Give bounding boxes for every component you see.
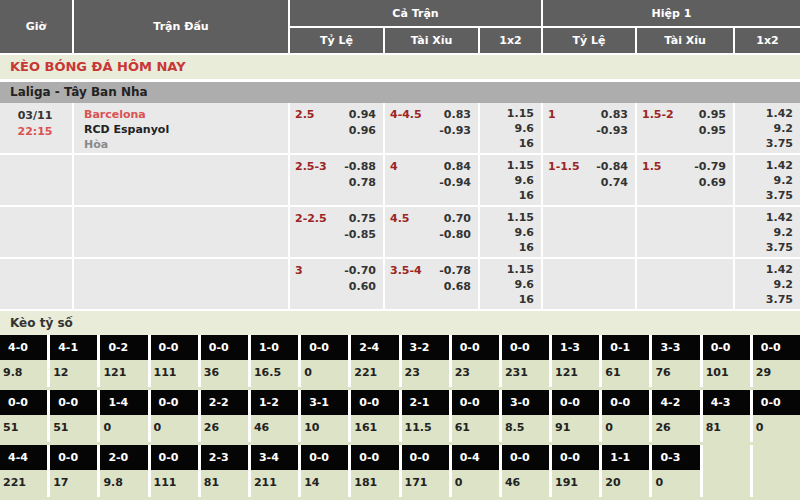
score-label: 4-2 [652,390,699,415]
score-cell[interactable]: 0-029 [753,335,800,387]
score-cell[interactable]: 0-0161 [351,390,398,442]
ft-handicap-cell[interactable]: 2.50.94 0.96 [290,103,385,153]
score-cell[interactable]: 2-09.8 [100,445,147,497]
h1-handicap-cell[interactable]: 10.83 -0.93 [543,103,637,153]
h1-overunder-cell[interactable]: 1.5-0.79 0.69 [637,155,735,205]
ft-1x2-cell[interactable]: 1.15 9.6 16 [480,207,543,257]
score-cell[interactable]: 0-0111 [151,335,198,387]
score-cell[interactable]: 0-00 [151,390,198,442]
score-label: 4-0 [0,335,47,360]
score-odds-value: 23 [402,360,449,387]
h1-handicap-cell[interactable]: 1-1.5-0.84 0.74 [543,155,637,205]
odds-row: 2-2.50.75 -0.85 4.50.70 -0.80 1.15 9.6 1… [0,207,800,259]
score-label: 3-0 [502,390,549,415]
score-odds-value: 36 [201,360,248,387]
score-label: 2-1 [402,390,449,415]
odds-value-draw: 9.6 [485,121,534,136]
score-cell[interactable]: 3-223 [402,335,449,387]
match-teams-cell[interactable]: Barcelona RCD Espanyol Hòa [74,103,290,153]
score-cell[interactable]: 0-061 [452,390,499,442]
score-cell[interactable]: 0-051 [0,390,47,442]
score-cell[interactable]: 1-120 [602,445,649,497]
score-odds-value: 11.5 [402,415,449,442]
score-cell[interactable]: 0-046 [502,445,549,497]
score-cell[interactable]: 0-30 [652,445,699,497]
score-odds-value: 51 [0,415,47,442]
score-cell[interactable]: 4-09.8 [0,335,47,387]
score-cell[interactable]: 1-246 [251,390,298,442]
score-label: 0-0 [552,445,599,470]
score-cell[interactable]: 4-112 [50,335,97,387]
score-label: 0-0 [402,445,449,470]
ft-handicap-cell[interactable]: 3-0.70 0.60 [290,259,385,309]
score-label: 0-0 [602,390,649,415]
score-cell[interactable]: 4-381 [703,390,750,442]
score-label: 0-0 [753,390,800,415]
subcolumn-h1-handicap: Tỷ Lệ [543,28,637,55]
ft-1x2-cell[interactable]: 1.15 9.6 16 [480,103,543,153]
odds-table-header: Giờ Trận Đấu Cả Trận Hiệp 1 Tỷ Lệ Tài Xỉ… [0,0,800,55]
score-cell[interactable]: 0-40 [452,445,499,497]
score-label: 0-0 [151,390,198,415]
ft-1x2-cell[interactable]: 1.15 9.6 16 [480,155,543,205]
score-cell[interactable]: 2-381 [201,445,248,497]
ft-overunder-cell[interactable]: 40.84 -0.94 [385,155,480,205]
h1-1x2-cell[interactable]: 1.42 9.2 3.75 [735,207,800,257]
score-cell[interactable]: 1-016.5 [251,335,298,387]
odds-value-home: 1.42 [740,106,793,121]
score-cell[interactable]: 0-0111 [151,445,198,497]
score-cell[interactable]: 0-0171 [402,445,449,497]
h1-1x2-cell[interactable]: 1.42 9.2 3.75 [735,103,800,153]
score-label: 0-0 [0,390,47,415]
score-cell[interactable]: 0-2121 [100,335,147,387]
score-cell[interactable]: 3-376 [652,335,699,387]
ft-handicap-cell[interactable]: 2-2.50.75 -0.85 [290,207,385,257]
score-cell[interactable]: 0-091 [552,390,599,442]
match-time-cell [0,207,74,257]
score-odds-value: 0 [100,415,147,442]
score-cell[interactable]: 0-00 [753,390,800,442]
ft-overunder-cell[interactable]: 4.50.70 -0.80 [385,207,480,257]
score-label: 0-0 [703,335,750,360]
score-cell[interactable]: 4-4221 [0,445,47,497]
handicap-line: 3 [295,263,303,279]
score-cell[interactable]: 3-4211 [251,445,298,497]
score-cell[interactable]: 0-0181 [351,445,398,497]
odds-value-away: 3.75 [740,136,793,151]
score-cell[interactable]: 4-226 [652,390,699,442]
score-cell[interactable]: 2-4221 [351,335,398,387]
odds-value: -0.94 [390,175,471,191]
column-header-match: Trận Đấu [74,0,290,55]
score-cell[interactable]: 0-00 [301,335,348,387]
h1-1x2-cell[interactable]: 1.42 9.2 3.75 [735,155,800,205]
score-cell [703,445,750,497]
score-label: 1-2 [251,390,298,415]
score-cell[interactable]: 3-110 [301,390,348,442]
score-label: 4-3 [703,390,750,415]
ft-overunder-cell[interactable]: 3.5-4-0.78 0.68 [385,259,480,309]
score-cell[interactable]: 0-161 [602,335,649,387]
score-cell[interactable]: 0-00 [602,390,649,442]
ft-handicap-cell[interactable]: 2.5-3-0.88 0.78 [290,155,385,205]
odds-value-away: 3.75 [740,188,793,203]
score-cell[interactable]: 0-0231 [502,335,549,387]
score-cell[interactable]: 3-08.5 [502,390,549,442]
score-cell[interactable]: 0-036 [201,335,248,387]
h1-handicap-cell [543,207,637,257]
h1-1x2-cell[interactable]: 1.42 9.2 3.75 [735,259,800,309]
score-odds-grid: 4-09.84-1120-21210-01110-0361-016.50-002… [0,335,800,500]
score-cell[interactable]: 0-051 [50,390,97,442]
ft-1x2-cell[interactable]: 1.15 9.6 16 [480,259,543,309]
odds-value: 0.83 [444,107,471,123]
score-cell[interactable]: 0-014 [301,445,348,497]
score-cell[interactable]: 1-3121 [552,335,599,387]
score-cell[interactable]: 2-226 [201,390,248,442]
score-cell[interactable]: 0-0101 [703,335,750,387]
score-cell[interactable]: 0-023 [452,335,499,387]
h1-overunder-cell[interactable]: 1.5-20.95 0.95 [637,103,735,153]
score-cell[interactable]: 2-111.5 [402,390,449,442]
score-cell[interactable]: 1-40 [100,390,147,442]
score-cell[interactable]: 0-017 [50,445,97,497]
score-cell[interactable]: 0-0191 [552,445,599,497]
ft-overunder-cell[interactable]: 4-4.50.83 -0.93 [385,103,480,153]
